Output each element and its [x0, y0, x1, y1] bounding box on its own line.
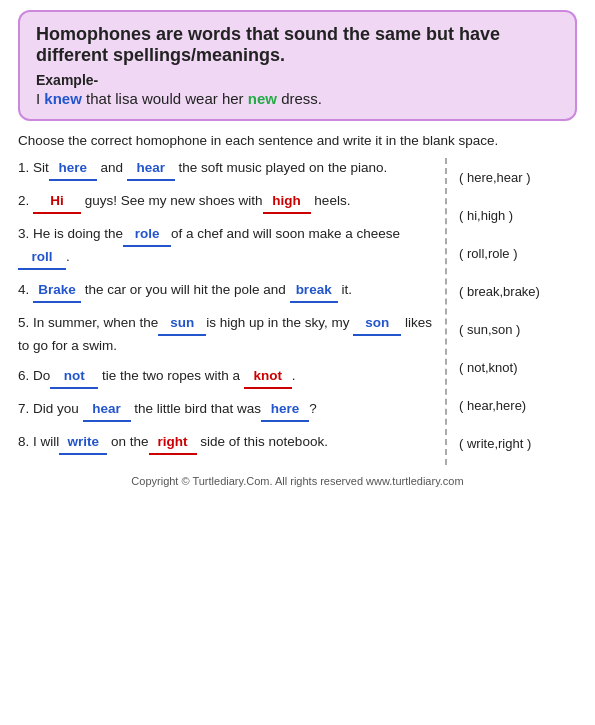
blank-6a: not — [50, 366, 98, 389]
blank-1b: hear — [127, 158, 175, 181]
sentences-column: 1. Sithere and hear the soft music playe… — [18, 158, 447, 465]
blank-2a: Hi — [33, 191, 81, 214]
blank-5a: sun — [158, 313, 206, 336]
blank-8b: right — [149, 432, 197, 455]
num-1: 1. Sit — [18, 160, 49, 175]
blank-5b: son — [353, 313, 401, 336]
blank-1a: here — [49, 158, 97, 181]
example-middle: that lisa would wear her — [82, 90, 248, 107]
header-box: Homophones are words that sound the same… — [18, 10, 577, 121]
option-4: ( break,brake) — [459, 272, 577, 310]
option-8: ( write,right ) — [459, 424, 577, 462]
num-2: 2. — [18, 193, 33, 208]
instruction: Choose the correct homophone in each sen… — [18, 133, 577, 148]
blank-7a: hear — [83, 399, 131, 422]
blank-2b: high — [263, 191, 311, 214]
example-sentence: I knew that lisa would wear her new dres… — [36, 90, 559, 107]
blank-8a: write — [59, 432, 107, 455]
example-label: Example- — [36, 72, 559, 88]
header-title: Homophones are words that sound the same… — [36, 24, 559, 66]
blank-6b: knot — [244, 366, 292, 389]
option-7: ( hear,here) — [459, 386, 577, 424]
example-word1: knew — [44, 90, 82, 107]
sentence-6: 6. Donot tie the two ropes with a knot. — [18, 366, 437, 389]
option-6: ( not,knot) — [459, 348, 577, 386]
sentence-3: 3. He is doing theroleof a chef and will… — [18, 224, 437, 270]
exercise-area: 1. Sithere and hear the soft music playe… — [18, 158, 577, 465]
options-column: ( here,hear ) ( hi,high ) ( roll,role ) … — [447, 158, 577, 465]
sentence-8: 8. I willwrite on theright side of this … — [18, 432, 437, 455]
blank-4a: Brake — [33, 280, 81, 303]
sentence-5: 5. In summer, when thesunis high up in t… — [18, 313, 437, 357]
sentence-7: 7. Did you hear the little bird that was… — [18, 399, 437, 422]
example-word2: new — [248, 90, 277, 107]
blank-7b: here — [261, 399, 309, 422]
sentence-2: 2. Hi guys! See my new shoes withhigh he… — [18, 191, 437, 214]
sentence-1: 1. Sithere and hear the soft music playe… — [18, 158, 437, 181]
option-2: ( hi,high ) — [459, 196, 577, 234]
option-3: ( roll,role ) — [459, 234, 577, 272]
option-5: ( sun,son ) — [459, 310, 577, 348]
blank-4b: break — [290, 280, 338, 303]
example-after: dress. — [277, 90, 322, 107]
footer: Copyright © Turtlediary.Com. All rights … — [18, 475, 577, 487]
sentence-4: 4. Brake the car or you will hit the pol… — [18, 280, 437, 303]
blank-3b: roll — [18, 247, 66, 270]
option-1: ( here,hear ) — [459, 158, 577, 196]
blank-3a: role — [123, 224, 171, 247]
